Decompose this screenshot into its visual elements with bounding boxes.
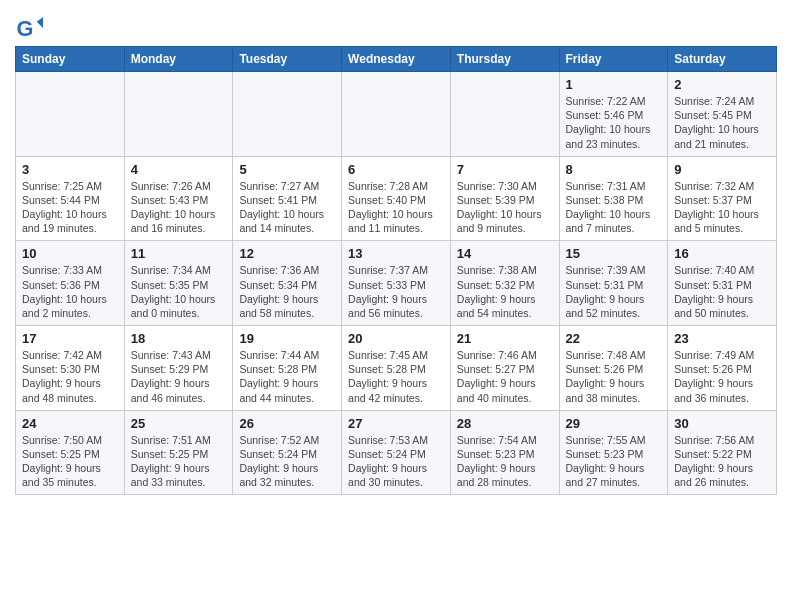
day-number: 15 <box>566 246 662 261</box>
day-info: Sunrise: 7:54 AMSunset: 5:23 PMDaylight:… <box>457 433 553 490</box>
day-number: 27 <box>348 416 444 431</box>
calendar-cell: 20Sunrise: 7:45 AMSunset: 5:28 PMDayligh… <box>342 326 451 411</box>
day-info: Sunrise: 7:50 AMSunset: 5:25 PMDaylight:… <box>22 433 118 490</box>
day-info: Sunrise: 7:22 AMSunset: 5:46 PMDaylight:… <box>566 94 662 151</box>
day-info: Sunrise: 7:45 AMSunset: 5:28 PMDaylight:… <box>348 348 444 405</box>
day-number: 19 <box>239 331 335 346</box>
day-info: Sunrise: 7:27 AMSunset: 5:41 PMDaylight:… <box>239 179 335 236</box>
day-number: 26 <box>239 416 335 431</box>
calendar-week-1: 1Sunrise: 7:22 AMSunset: 5:46 PMDaylight… <box>16 72 777 157</box>
calendar-cell: 6Sunrise: 7:28 AMSunset: 5:40 PMDaylight… <box>342 156 451 241</box>
day-number: 25 <box>131 416 227 431</box>
day-info: Sunrise: 7:53 AMSunset: 5:24 PMDaylight:… <box>348 433 444 490</box>
calendar-week-4: 17Sunrise: 7:42 AMSunset: 5:30 PMDayligh… <box>16 326 777 411</box>
day-info: Sunrise: 7:26 AMSunset: 5:43 PMDaylight:… <box>131 179 227 236</box>
calendar-cell: 18Sunrise: 7:43 AMSunset: 5:29 PMDayligh… <box>124 326 233 411</box>
day-info: Sunrise: 7:32 AMSunset: 5:37 PMDaylight:… <box>674 179 770 236</box>
day-number: 24 <box>22 416 118 431</box>
day-info: Sunrise: 7:34 AMSunset: 5:35 PMDaylight:… <box>131 263 227 320</box>
day-info: Sunrise: 7:31 AMSunset: 5:38 PMDaylight:… <box>566 179 662 236</box>
day-info: Sunrise: 7:43 AMSunset: 5:29 PMDaylight:… <box>131 348 227 405</box>
calendar-cell: 21Sunrise: 7:46 AMSunset: 5:27 PMDayligh… <box>450 326 559 411</box>
column-header-friday: Friday <box>559 47 668 72</box>
day-info: Sunrise: 7:25 AMSunset: 5:44 PMDaylight:… <box>22 179 118 236</box>
calendar-cell: 2Sunrise: 7:24 AMSunset: 5:45 PMDaylight… <box>668 72 777 157</box>
day-number: 3 <box>22 162 118 177</box>
calendar-cell <box>450 72 559 157</box>
day-number: 30 <box>674 416 770 431</box>
logo: G <box>15 14 45 42</box>
day-number: 12 <box>239 246 335 261</box>
day-number: 11 <box>131 246 227 261</box>
calendar-cell: 3Sunrise: 7:25 AMSunset: 5:44 PMDaylight… <box>16 156 125 241</box>
calendar-cell: 24Sunrise: 7:50 AMSunset: 5:25 PMDayligh… <box>16 410 125 495</box>
day-number: 14 <box>457 246 553 261</box>
day-number: 18 <box>131 331 227 346</box>
calendar-cell: 23Sunrise: 7:49 AMSunset: 5:26 PMDayligh… <box>668 326 777 411</box>
day-info: Sunrise: 7:36 AMSunset: 5:34 PMDaylight:… <box>239 263 335 320</box>
calendar-header: SundayMondayTuesdayWednesdayThursdayFrid… <box>16 47 777 72</box>
day-number: 13 <box>348 246 444 261</box>
day-number: 5 <box>239 162 335 177</box>
column-header-thursday: Thursday <box>450 47 559 72</box>
calendar-cell: 16Sunrise: 7:40 AMSunset: 5:31 PMDayligh… <box>668 241 777 326</box>
page-header: G <box>15 10 777 42</box>
day-info: Sunrise: 7:40 AMSunset: 5:31 PMDaylight:… <box>674 263 770 320</box>
day-number: 7 <box>457 162 553 177</box>
day-number: 6 <box>348 162 444 177</box>
day-info: Sunrise: 7:46 AMSunset: 5:27 PMDaylight:… <box>457 348 553 405</box>
day-info: Sunrise: 7:24 AMSunset: 5:45 PMDaylight:… <box>674 94 770 151</box>
calendar-cell: 5Sunrise: 7:27 AMSunset: 5:41 PMDaylight… <box>233 156 342 241</box>
day-number: 16 <box>674 246 770 261</box>
column-header-saturday: Saturday <box>668 47 777 72</box>
calendar-cell: 17Sunrise: 7:42 AMSunset: 5:30 PMDayligh… <box>16 326 125 411</box>
day-info: Sunrise: 7:55 AMSunset: 5:23 PMDaylight:… <box>566 433 662 490</box>
column-header-monday: Monday <box>124 47 233 72</box>
calendar-cell: 10Sunrise: 7:33 AMSunset: 5:36 PMDayligh… <box>16 241 125 326</box>
calendar-week-3: 10Sunrise: 7:33 AMSunset: 5:36 PMDayligh… <box>16 241 777 326</box>
day-info: Sunrise: 7:39 AMSunset: 5:31 PMDaylight:… <box>566 263 662 320</box>
calendar-cell: 4Sunrise: 7:26 AMSunset: 5:43 PMDaylight… <box>124 156 233 241</box>
day-number: 10 <box>22 246 118 261</box>
calendar-table: SundayMondayTuesdayWednesdayThursdayFrid… <box>15 46 777 495</box>
svg-marker-1 <box>37 17 43 28</box>
day-info: Sunrise: 7:42 AMSunset: 5:30 PMDaylight:… <box>22 348 118 405</box>
day-info: Sunrise: 7:30 AMSunset: 5:39 PMDaylight:… <box>457 179 553 236</box>
day-number: 20 <box>348 331 444 346</box>
day-info: Sunrise: 7:52 AMSunset: 5:24 PMDaylight:… <box>239 433 335 490</box>
calendar-cell: 28Sunrise: 7:54 AMSunset: 5:23 PMDayligh… <box>450 410 559 495</box>
calendar-cell <box>124 72 233 157</box>
calendar-cell: 26Sunrise: 7:52 AMSunset: 5:24 PMDayligh… <box>233 410 342 495</box>
calendar-cell: 9Sunrise: 7:32 AMSunset: 5:37 PMDaylight… <box>668 156 777 241</box>
calendar-cell: 11Sunrise: 7:34 AMSunset: 5:35 PMDayligh… <box>124 241 233 326</box>
day-number: 4 <box>131 162 227 177</box>
day-info: Sunrise: 7:48 AMSunset: 5:26 PMDaylight:… <box>566 348 662 405</box>
calendar-cell: 13Sunrise: 7:37 AMSunset: 5:33 PMDayligh… <box>342 241 451 326</box>
day-number: 23 <box>674 331 770 346</box>
calendar-cell: 7Sunrise: 7:30 AMSunset: 5:39 PMDaylight… <box>450 156 559 241</box>
day-info: Sunrise: 7:28 AMSunset: 5:40 PMDaylight:… <box>348 179 444 236</box>
day-info: Sunrise: 7:33 AMSunset: 5:36 PMDaylight:… <box>22 263 118 320</box>
calendar-cell: 14Sunrise: 7:38 AMSunset: 5:32 PMDayligh… <box>450 241 559 326</box>
day-info: Sunrise: 7:49 AMSunset: 5:26 PMDaylight:… <box>674 348 770 405</box>
day-number: 1 <box>566 77 662 92</box>
calendar-cell: 12Sunrise: 7:36 AMSunset: 5:34 PMDayligh… <box>233 241 342 326</box>
calendar-week-5: 24Sunrise: 7:50 AMSunset: 5:25 PMDayligh… <box>16 410 777 495</box>
calendar-cell: 29Sunrise: 7:55 AMSunset: 5:23 PMDayligh… <box>559 410 668 495</box>
calendar-week-2: 3Sunrise: 7:25 AMSunset: 5:44 PMDaylight… <box>16 156 777 241</box>
column-header-sunday: Sunday <box>16 47 125 72</box>
calendar-cell: 30Sunrise: 7:56 AMSunset: 5:22 PMDayligh… <box>668 410 777 495</box>
calendar-cell <box>16 72 125 157</box>
calendar-cell <box>342 72 451 157</box>
calendar-cell: 19Sunrise: 7:44 AMSunset: 5:28 PMDayligh… <box>233 326 342 411</box>
column-header-tuesday: Tuesday <box>233 47 342 72</box>
day-number: 29 <box>566 416 662 431</box>
day-info: Sunrise: 7:37 AMSunset: 5:33 PMDaylight:… <box>348 263 444 320</box>
calendar-cell: 8Sunrise: 7:31 AMSunset: 5:38 PMDaylight… <box>559 156 668 241</box>
column-header-wednesday: Wednesday <box>342 47 451 72</box>
day-info: Sunrise: 7:56 AMSunset: 5:22 PMDaylight:… <box>674 433 770 490</box>
day-number: 8 <box>566 162 662 177</box>
svg-text:G: G <box>17 16 34 41</box>
logo-icon: G <box>15 14 43 42</box>
day-info: Sunrise: 7:51 AMSunset: 5:25 PMDaylight:… <box>131 433 227 490</box>
